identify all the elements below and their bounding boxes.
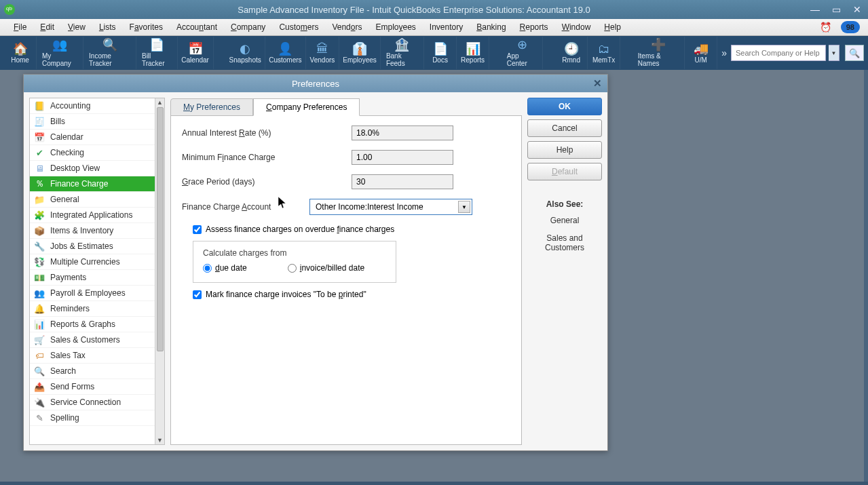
payments-icon: 💵 (33, 272, 46, 283)
toolbar-item-memtx[interactable]: 🗂MemTx (588, 37, 620, 69)
menu-lists[interactable]: Lists (94, 20, 121, 34)
pref-category-search[interactable]: 🔍Search (30, 364, 164, 379)
finance-account-combo[interactable]: Other Income:Interest Income ▼ (309, 199, 472, 215)
memtx-icon: 🗂 (598, 43, 610, 55)
toolbar-item-reports[interactable]: 📊Reports (457, 37, 489, 69)
multiple-currencies-icon: 💱 (33, 256, 46, 267)
menu-file[interactable]: File (8, 20, 32, 34)
also-see-sales-link[interactable]: Sales and Customers (527, 233, 602, 252)
radio-due-date[interactable]: due datedue date (203, 263, 247, 273)
toolbar-item-rmnd[interactable]: 🕘Rmnd (555, 37, 588, 69)
toolbar-label: Income Tracker (89, 52, 130, 67)
pref-category-label: General (50, 195, 79, 204)
menu-favorites[interactable]: Favorites (124, 20, 168, 34)
toolbar-item-items-names[interactable]: ➕Items & Names (633, 37, 685, 69)
radio-invoice-date-input[interactable] (288, 264, 297, 273)
toolbar-item-vendors[interactable]: 🏛Vendors (306, 37, 339, 69)
menu-company[interactable]: Company (225, 20, 271, 34)
menu-edit[interactable]: Edit (35, 20, 60, 34)
pref-category-reports-graphs[interactable]: 📊Reports & Graphs (30, 317, 164, 332)
reminders-badge[interactable]: 98 (841, 21, 860, 33)
close-button[interactable]: ✕ (850, 4, 864, 15)
pref-category-sales-customers[interactable]: 🛒Sales & Customers (30, 332, 164, 348)
tab-my-preferences[interactable]: MMy Preferencesy Preferences (170, 98, 253, 116)
toolbar-item-customers[interactable]: 👤Customers (265, 37, 306, 69)
menu-reports[interactable]: Reports (514, 20, 554, 34)
pref-category-jobs-estimates[interactable]: 🔧Jobs & Estimates (30, 239, 164, 254)
reminders-clock-icon[interactable]: ⏰ (814, 20, 837, 35)
mark-print-label: Mark finance charge invoices "To be prin… (206, 290, 366, 299)
pref-category-label: Sales & Customers (50, 335, 120, 345)
annual-rate-input[interactable] (352, 125, 453, 140)
ok-button[interactable]: OK (527, 98, 602, 115)
menu-employees[interactable]: Employees (370, 20, 421, 34)
pref-category-desktop-view[interactable]: 🖥Desktop View (30, 161, 164, 176)
scroll-up-icon[interactable]: ▲ (157, 99, 163, 106)
also-see-general-link[interactable]: General (527, 216, 602, 225)
scroll-thumb[interactable] (157, 107, 164, 351)
toolbar-item-employees[interactable]: 👔Employees (339, 37, 381, 69)
pref-category-service-connection[interactable]: 🔌Service Connection (30, 395, 164, 410)
toolbar-label: Reports (461, 56, 485, 64)
minimize-button[interactable]: — (808, 4, 823, 15)
toolbar-item-snapshots[interactable]: ◐Snapshots (225, 37, 265, 69)
category-scrollbar[interactable]: ▲ ▼ (155, 98, 164, 444)
search-input[interactable] (731, 45, 826, 61)
pref-category-bills[interactable]: 🧾Bills (30, 114, 164, 130)
radio-invoice-date[interactable]: invoice/billed dateinvoice/billed date (288, 263, 364, 273)
maximize-button[interactable]: ▭ (829, 4, 844, 15)
pref-category-spelling[interactable]: ✎Spelling (30, 410, 164, 426)
pref-category-label: Payroll & Employees (50, 288, 126, 298)
pref-category-payments[interactable]: 💵Payments (30, 270, 164, 286)
toolbar-item-bill-tracker[interactable]: 📄Bill Tracker (136, 37, 178, 69)
radio-due-date-input[interactable] (203, 264, 212, 273)
pref-category-reminders[interactable]: 🔔Reminders (30, 301, 164, 317)
toolbar-overflow-icon[interactable]: » (717, 47, 731, 58)
scroll-down-icon[interactable]: ▼ (157, 437, 163, 444)
mark-print-checkbox[interactable] (193, 290, 202, 299)
toolbar-item-bank-feeds[interactable]: 🏦Bank Feeds (381, 37, 424, 69)
cancel-button[interactable]: Cancel (527, 119, 602, 137)
assess-overdue-checkbox[interactable] (193, 225, 202, 234)
toolbar-item-calendar[interactable]: 📅Calendar (178, 37, 214, 69)
menu-window[interactable]: Window (556, 20, 597, 34)
pref-category-send-forms[interactable]: 📤Send Forms (30, 379, 164, 395)
pref-category-finance-charge[interactable]: ％Finance Charge (30, 176, 164, 192)
pref-category-accounting[interactable]: 📒Accounting (30, 98, 164, 114)
toolbar-item-app-center[interactable]: ⊕App Center (502, 37, 544, 69)
help-button[interactable]: Help (527, 141, 602, 159)
menu-inventory[interactable]: Inventory (424, 20, 468, 34)
pref-category-items-inventory[interactable]: 📦Items & Inventory (30, 223, 164, 239)
grace-period-input[interactable] (352, 174, 453, 189)
menu-banking[interactable]: Banking (471, 20, 511, 34)
toolbar-item-my-company[interactable]: 👥My Company (37, 37, 83, 69)
app-right-scrollbar[interactable] (864, 70, 868, 482)
app-titlebar: Sample Advanced Inventory File - Intuit … (0, 0, 868, 19)
pref-category-general[interactable]: 📁General (30, 192, 164, 208)
tab-company-preferences[interactable]: Company PreferencesCompany Preferences (253, 98, 360, 116)
bottom-border (0, 482, 868, 485)
pref-category-multiple-currencies[interactable]: 💱Multiple Currencies (30, 254, 164, 270)
menu-accountant[interactable]: Accountant (171, 20, 223, 34)
pref-category-payroll-employees[interactable]: 👥Payroll & Employees (30, 286, 164, 301)
combo-dropdown-icon[interactable]: ▼ (458, 201, 470, 213)
menu-customers[interactable]: Customers (273, 20, 324, 34)
search-button[interactable]: 🔍 (845, 45, 864, 61)
pref-category-checking[interactable]: ✔Checking (30, 145, 164, 161)
toolbar-item-income-tracker[interactable]: 🔍Income Tracker (83, 37, 136, 69)
menu-help[interactable]: Help (599, 20, 626, 34)
pref-category-integrated-applications[interactable]: 🧩Integrated Applications (30, 208, 164, 223)
default-button[interactable]: DefaultDefault (527, 163, 602, 180)
search-dropdown-icon[interactable]: ▼ (829, 45, 839, 61)
menu-view[interactable]: View (62, 20, 91, 34)
toolbar-item-u-m[interactable]: 🚚U/M (685, 37, 717, 69)
toolbar-item-home[interactable]: 🏠Home (4, 37, 37, 69)
min-charge-input[interactable] (352, 150, 453, 165)
pref-category-sales-tax[interactable]: 🏷Sales Tax (30, 348, 164, 364)
calculate-from-legend: Calculate charges from (203, 248, 386, 258)
dialog-close-icon[interactable]: ✕ (593, 77, 602, 90)
toolbar-item-docs[interactable]: 📄Docs (424, 37, 457, 69)
finance-account-value: Other Income:Interest Income (316, 202, 423, 212)
pref-category-calendar[interactable]: 📅Calendar (30, 130, 164, 145)
menu-vendors[interactable]: Vendors (326, 20, 367, 34)
